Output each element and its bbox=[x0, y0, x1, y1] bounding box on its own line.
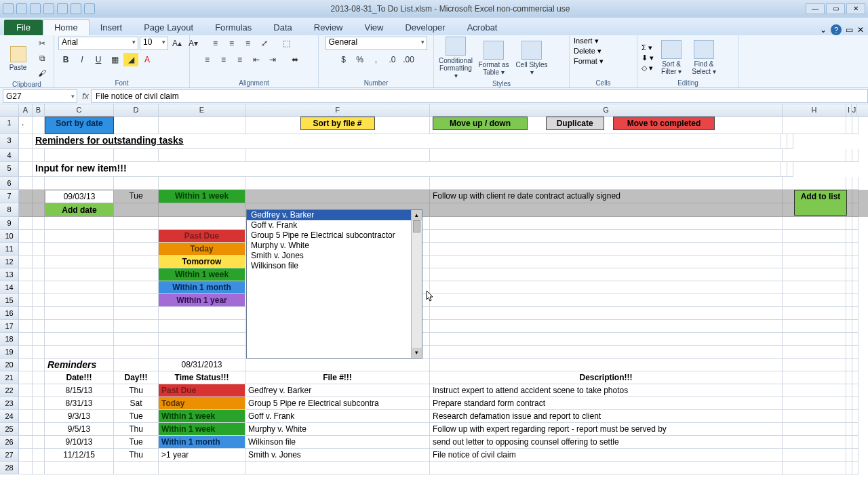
scroll-up-icon[interactable]: ▴ bbox=[412, 210, 422, 220]
find-select-button[interactable]: Find & Select ▾ bbox=[689, 40, 719, 75]
cell[interactable] bbox=[19, 423, 33, 436]
cell[interactable] bbox=[783, 436, 846, 449]
cell[interactable] bbox=[846, 423, 852, 436]
cell[interactable] bbox=[19, 359, 33, 371]
font-name-combo[interactable]: Arial bbox=[58, 37, 138, 50]
format-as-table-button[interactable]: Format as Table ▾ bbox=[476, 41, 511, 76]
cell[interactable] bbox=[33, 149, 45, 162]
cell[interactable] bbox=[19, 397, 33, 410]
cut-icon[interactable]: ✂ bbox=[35, 37, 50, 50]
date-cell[interactable]: 9/3/13 bbox=[45, 410, 114, 423]
cell[interactable] bbox=[45, 281, 114, 294]
cell[interactable] bbox=[33, 384, 45, 397]
cell[interactable] bbox=[852, 320, 859, 333]
clear-button[interactable]: ◇ ▾ bbox=[642, 64, 654, 73]
cell[interactable] bbox=[783, 281, 846, 294]
file-cell[interactable]: Smith v. Jones bbox=[245, 449, 430, 462]
row-header[interactable]: 17 bbox=[0, 320, 19, 333]
description-cell[interactable]: Follow up with client re date contract a… bbox=[430, 190, 783, 203]
qat-icon[interactable] bbox=[71, 3, 81, 14]
cell[interactable] bbox=[430, 243, 783, 256]
cell[interactable] bbox=[33, 371, 45, 384]
cell[interactable] bbox=[45, 256, 114, 268]
insert-cells-button[interactable]: Insert ▾ bbox=[574, 37, 599, 45]
cell[interactable] bbox=[114, 268, 159, 281]
cell[interactable] bbox=[45, 320, 114, 333]
cell[interactable] bbox=[846, 371, 852, 384]
cell[interactable] bbox=[783, 294, 846, 307]
decrease-decimal-icon[interactable]: .00 bbox=[401, 53, 416, 66]
cell[interactable] bbox=[852, 333, 859, 346]
date-cell[interactable]: 11/12/15 bbox=[45, 449, 114, 462]
col-header[interactable]: J bbox=[852, 104, 857, 116]
fill-color-button[interactable]: ◢ bbox=[123, 53, 138, 66]
cell[interactable] bbox=[846, 117, 852, 134]
cell[interactable] bbox=[852, 149, 859, 162]
cell[interactable] bbox=[430, 307, 783, 320]
cell[interactable] bbox=[783, 359, 846, 371]
cell[interactable] bbox=[45, 294, 114, 307]
cell[interactable] bbox=[846, 320, 852, 333]
status-cell[interactable]: Within 1 week bbox=[159, 190, 245, 203]
row-header[interactable]: 12 bbox=[0, 256, 19, 268]
cell[interactable] bbox=[430, 256, 783, 268]
cell[interactable] bbox=[114, 307, 159, 320]
row-header[interactable]: 23 bbox=[0, 397, 19, 410]
cell[interactable] bbox=[45, 462, 114, 474]
date-input-cell[interactable]: 09/03/13 bbox=[45, 190, 114, 203]
cell[interactable] bbox=[19, 462, 33, 474]
cell[interactable] bbox=[852, 177, 859, 190]
cell[interactable] bbox=[19, 217, 33, 230]
cell[interactable] bbox=[783, 384, 846, 397]
cell[interactable] bbox=[846, 230, 852, 243]
increase-decimal-icon[interactable]: .0 bbox=[385, 53, 400, 66]
percent-icon[interactable]: % bbox=[353, 53, 368, 66]
cell[interactable] bbox=[430, 346, 783, 359]
qat-icon[interactable] bbox=[57, 3, 68, 14]
cell[interactable] bbox=[846, 307, 852, 320]
cell[interactable] bbox=[430, 217, 783, 230]
cell[interactable] bbox=[33, 177, 45, 190]
cell[interactable] bbox=[159, 462, 245, 474]
cell[interactable] bbox=[781, 134, 787, 149]
cell[interactable] bbox=[114, 243, 159, 256]
ribbon-close-icon[interactable]: ✕ bbox=[857, 25, 864, 35]
cell[interactable] bbox=[19, 268, 33, 281]
description-cell[interactable]: Prepare standard form contract bbox=[430, 397, 783, 410]
cell[interactable] bbox=[846, 410, 852, 423]
cell[interactable] bbox=[33, 436, 45, 449]
col-header[interactable]: D bbox=[114, 104, 159, 116]
cell[interactable] bbox=[846, 384, 852, 397]
cell[interactable] bbox=[783, 371, 846, 384]
cell[interactable] bbox=[245, 149, 430, 162]
cell[interactable] bbox=[33, 410, 45, 423]
col-header[interactable]: B bbox=[33, 104, 45, 116]
row-header[interactable]: 14 bbox=[0, 281, 19, 294]
cell[interactable] bbox=[19, 436, 33, 449]
cell[interactable] bbox=[19, 177, 33, 190]
cell[interactable] bbox=[33, 268, 45, 281]
cell[interactable] bbox=[33, 397, 45, 410]
date-cell[interactable]: 9/5/13 bbox=[45, 423, 114, 436]
cell[interactable] bbox=[19, 230, 33, 243]
cell[interactable] bbox=[852, 230, 859, 243]
move-up-down-button[interactable]: Move up / down bbox=[433, 117, 528, 130]
cell[interactable] bbox=[846, 346, 852, 359]
cell[interactable] bbox=[783, 268, 846, 281]
format-cells-button[interactable]: Format ▾ bbox=[574, 57, 604, 66]
file-cell[interactable]: Murphy v. White bbox=[245, 423, 430, 436]
cell[interactable]: Reminders for outstanding tasks bbox=[33, 134, 781, 149]
number-format-combo[interactable]: General bbox=[326, 37, 427, 50]
cell[interactable] bbox=[19, 149, 33, 162]
file-cell[interactable]: Gedfrey v. Barker bbox=[245, 384, 430, 397]
sort-filter-button[interactable]: Sort & Filter ▾ bbox=[656, 40, 686, 75]
cell[interactable] bbox=[114, 346, 159, 359]
cell[interactable] bbox=[846, 203, 852, 217]
row-header[interactable]: 28 bbox=[0, 462, 19, 474]
cell[interactable] bbox=[846, 449, 852, 462]
cell[interactable] bbox=[114, 230, 159, 243]
undo-icon[interactable] bbox=[30, 3, 41, 14]
dropdown-option[interactable]: Group 5 Pipe re Electrical subcontractor bbox=[247, 230, 422, 241]
row-header[interactable]: 1 bbox=[0, 117, 19, 134]
cell[interactable] bbox=[45, 268, 114, 281]
